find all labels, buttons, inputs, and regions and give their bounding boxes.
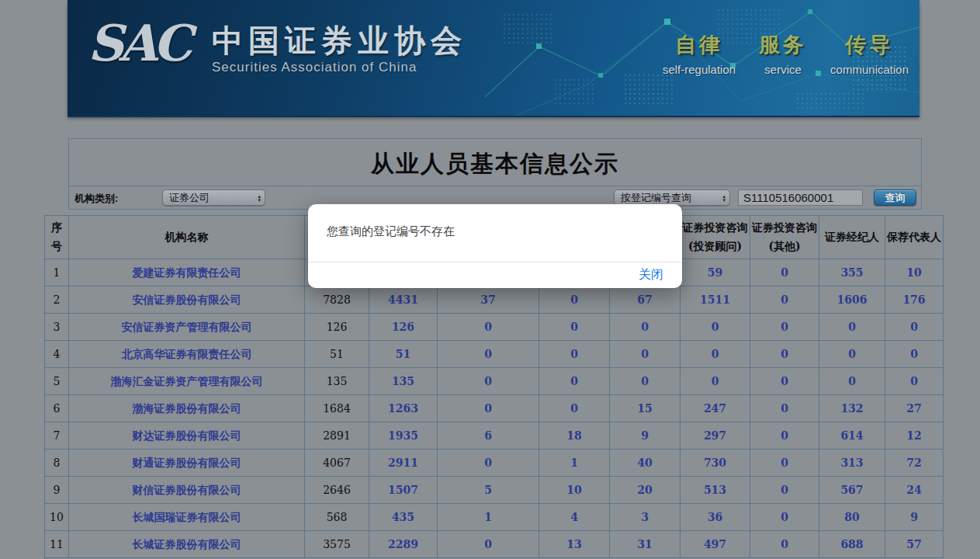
modal-close-button[interactable]: 关闭 — [639, 262, 663, 288]
alert-modal: 您查询的登记编号不存在 关闭 — [308, 204, 682, 288]
page: { "header": { "logo_text": "SAC", "org_c… — [0, 0, 980, 559]
modal-message: 您查询的登记编号不存在 — [308, 204, 682, 239]
modal-divider — [308, 262, 682, 262]
